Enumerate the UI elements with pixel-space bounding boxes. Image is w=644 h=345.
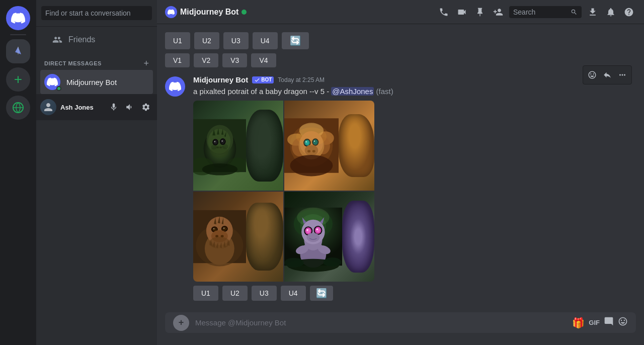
- svg-point-44: [290, 155, 333, 176]
- search-bar: [509, 6, 582, 18]
- download-button[interactable]: [586, 5, 600, 19]
- current-user-info: Ash Jones: [60, 104, 94, 111]
- dm-username: Midjourney Bot: [66, 78, 117, 87]
- message-input[interactable]: [195, 312, 566, 333]
- svg-point-23: [202, 163, 238, 176]
- action-buttons: U1 U2 U3 U4 🔄: [193, 286, 636, 301]
- u4-button[interactable]: U4: [281, 286, 306, 301]
- friends-nav-item[interactable]: Friends: [44, 31, 149, 49]
- gif-icon[interactable]: GIF: [589, 319, 600, 326]
- pin-button[interactable]: [473, 5, 487, 19]
- message-actions: [583, 65, 632, 84]
- header-actions: [437, 5, 636, 19]
- svg-point-41: [307, 150, 310, 152]
- u-buttons-row: U1 U2 U3 U4 🔄: [165, 32, 636, 49]
- channel-online-indicator: [242, 10, 247, 15]
- svg-point-42: [312, 150, 315, 152]
- u3-button[interactable]: U3: [252, 286, 277, 301]
- image-bottom-right[interactable]: [284, 192, 374, 282]
- svg-point-89: [316, 228, 318, 230]
- channel-display-name: Midjourney Bot: [180, 8, 238, 17]
- message-timestamp: Today at 2:25 AM: [278, 76, 325, 83]
- image-top-left[interactable]: [193, 101, 283, 191]
- fast-tag: (fast): [376, 87, 393, 96]
- v1-button[interactable]: V1: [165, 53, 190, 67]
- discord-home-button[interactable]: [6, 6, 30, 30]
- message-group-midjourney: Midjourney Bot BOT Today at 2:25 AM a pi…: [165, 73, 636, 305]
- bot-badge: BOT: [252, 76, 274, 83]
- refresh-button[interactable]: 🔄: [310, 286, 333, 301]
- server-icon-sailing[interactable]: [6, 39, 30, 63]
- friends-icon: [52, 35, 62, 45]
- v2-button[interactable]: V2: [194, 53, 218, 67]
- attach-button[interactable]: +: [173, 315, 189, 331]
- svg-point-85: [306, 229, 308, 231]
- dm-sidebar: Friends DIRECT MESSAGES + Midjourney Bot…: [36, 0, 157, 345]
- inbox-button[interactable]: [604, 5, 618, 19]
- image-grid: [193, 101, 374, 282]
- messages-area: U1 U2 U3 U4 🔄 V1 V2 V3 V4: [157, 24, 644, 312]
- svg-point-93: [323, 257, 341, 267]
- current-user-name: Ash Jones: [60, 104, 94, 111]
- reply-button[interactable]: [600, 68, 614, 82]
- image-top-right[interactable]: [284, 101, 374, 191]
- message-input-area: + 🎁 GIF: [157, 312, 644, 345]
- direct-messages-header: DIRECT MESSAGES +: [36, 51, 157, 70]
- u2-button-old[interactable]: U2: [194, 32, 219, 49]
- svg-point-60: [222, 227, 227, 231]
- v4-button[interactable]: V4: [251, 53, 276, 67]
- user-area: Ash Jones: [36, 94, 157, 120]
- svg-point-11: [213, 140, 217, 144]
- message-header: Midjourney Bot BOT Today at 2:25 AM: [193, 75, 636, 84]
- more-actions-button[interactable]: [615, 68, 629, 82]
- refresh-button-old[interactable]: 🔄: [282, 32, 309, 49]
- u3-button-old[interactable]: U3: [223, 32, 249, 49]
- add-server-button[interactable]: +: [6, 67, 30, 92]
- sticker-icon[interactable]: [604, 316, 614, 329]
- svg-point-20: [222, 144, 228, 149]
- react-button[interactable]: [585, 68, 599, 82]
- u1-button[interactable]: U1: [193, 286, 218, 301]
- u2-button[interactable]: U2: [222, 286, 248, 301]
- deafen-button[interactable]: [123, 100, 137, 114]
- friends-label: Friends: [68, 35, 95, 44]
- old-message-buttons: U1 U2 U3 U4 🔄 V1 V2 V3 V4: [165, 32, 636, 67]
- video-call-button[interactable]: [455, 5, 469, 19]
- current-user-avatar: [40, 99, 56, 115]
- online-indicator: [56, 86, 61, 91]
- mute-button[interactable]: [107, 100, 121, 114]
- explore-servers-button[interactable]: [6, 96, 30, 120]
- help-button[interactable]: [622, 5, 636, 19]
- emoji-icon[interactable]: [618, 316, 628, 329]
- search-input[interactable]: [41, 6, 152, 20]
- channel-avatar: [165, 6, 177, 18]
- svg-point-90: [307, 233, 320, 242]
- app-sidebar: +: [0, 0, 36, 345]
- v-buttons-row: V1 V2 V3 V4: [165, 53, 636, 67]
- search-input-header[interactable]: [513, 8, 569, 16]
- mention-tag[interactable]: @AshJones: [331, 87, 374, 96]
- svg-point-15: [221, 140, 222, 141]
- channel-header: Midjourney Bot: [157, 0, 644, 24]
- bot-avatar: [165, 76, 185, 97]
- v3-button[interactable]: V3: [222, 53, 247, 67]
- image-bottom-left[interactable]: [193, 192, 283, 282]
- dm-user-midjourney[interactable]: Midjourney Bot: [40, 70, 153, 94]
- svg-point-14: [221, 139, 225, 144]
- message-input-box: + 🎁 GIF: [165, 312, 636, 333]
- add-member-button[interactable]: [491, 5, 505, 19]
- dm-search-area: [36, 0, 157, 27]
- svg-point-68: [209, 237, 230, 249]
- svg-point-43: [296, 127, 327, 145]
- add-dm-button[interactable]: +: [143, 59, 149, 68]
- svg-point-19: [211, 145, 217, 149]
- message-content: Midjourney Bot BOT Today at 2:25 AM a pi…: [193, 75, 636, 303]
- search-icon: [571, 8, 578, 16]
- u1-button-old[interactable]: U1: [165, 32, 190, 49]
- u4-button-old[interactable]: U4: [253, 32, 278, 49]
- message-author: Midjourney Bot: [193, 75, 248, 84]
- svg-point-40: [305, 145, 318, 156]
- gift-icon[interactable]: 🎁: [572, 317, 585, 329]
- voice-call-button[interactable]: [437, 5, 451, 19]
- settings-button[interactable]: [139, 100, 153, 114]
